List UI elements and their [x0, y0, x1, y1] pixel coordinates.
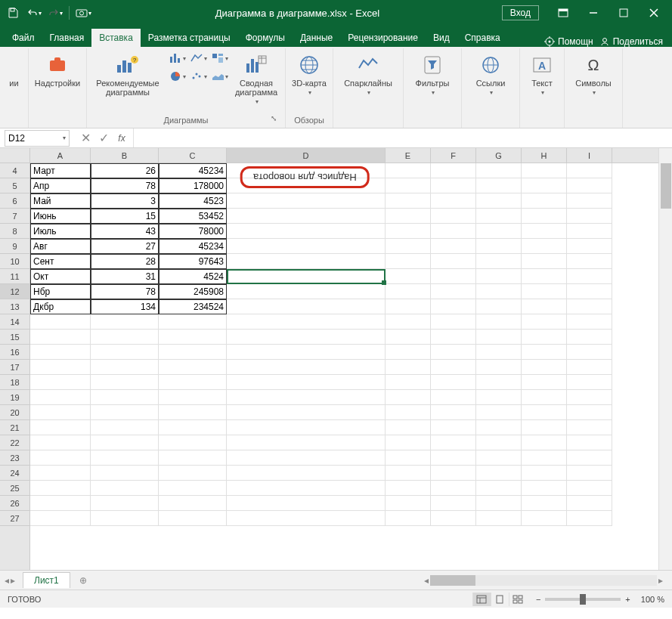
cell-D11[interactable]: [227, 269, 386, 284]
cell-B15[interactable]: [91, 330, 159, 345]
row-header-25[interactable]: 25: [0, 481, 29, 496]
cell-H23[interactable]: [522, 450, 567, 466]
cancel-formula-button[interactable]: ✕: [77, 132, 94, 145]
row-header-6[interactable]: 6: [0, 193, 29, 209]
add-sheet-button[interactable]: ⊕: [75, 572, 91, 589]
sheet-tab-1[interactable]: Лист1: [23, 572, 70, 588]
cell-E20[interactable]: [386, 405, 431, 420]
row-header-15[interactable]: 15: [0, 330, 29, 345]
row-header-8[interactable]: 8: [0, 224, 29, 239]
cell-F9[interactable]: [431, 239, 476, 254]
cell-B8[interactable]: 43: [91, 224, 159, 239]
cell-E12[interactable]: [386, 284, 431, 299]
cell-E9[interactable]: [386, 239, 431, 254]
cell-H4[interactable]: [522, 163, 567, 178]
row-header-20[interactable]: 20: [0, 405, 29, 420]
col-header-G[interactable]: G: [476, 148, 522, 162]
cell-D26[interactable]: [227, 496, 386, 511]
cell-C7[interactable]: 53452: [159, 209, 227, 224]
cell-C9[interactable]: 45234: [159, 239, 227, 254]
cell-D20[interactable]: [227, 405, 386, 420]
cell-E11[interactable]: [386, 269, 431, 284]
close-button[interactable]: [639, 2, 669, 23]
cell-C19[interactable]: [159, 390, 227, 405]
cell-A13[interactable]: Дкбр: [30, 299, 91, 314]
cell-G14[interactable]: [476, 314, 522, 330]
cell-D10[interactable]: [227, 254, 386, 269]
charts-dialog-launcher[interactable]: ⤡: [268, 114, 279, 125]
zoom-slider[interactable]: [545, 598, 621, 601]
cell-E17[interactable]: [386, 360, 431, 375]
row-header-4[interactable]: 4: [0, 163, 29, 178]
cell-I10[interactable]: [567, 254, 612, 269]
cell-D6[interactable]: [227, 193, 386, 209]
row-header-16[interactable]: 16: [0, 345, 29, 360]
links-button[interactable]: Ссылки▾: [466, 50, 515, 99]
fx-button[interactable]: fx: [113, 132, 130, 145]
cell-B5[interactable]: 78: [91, 178, 159, 193]
pivot-chart-button[interactable]: Сводная диаграмма▾: [232, 50, 280, 108]
cell-F7[interactable]: [431, 209, 476, 224]
row-header-5[interactable]: 5: [0, 178, 29, 193]
cell-G27[interactable]: [476, 511, 522, 526]
3d-map-button[interactable]: 3D-карта▾: [290, 50, 328, 99]
cell-E22[interactable]: [386, 435, 431, 450]
cell-F26[interactable]: [431, 496, 476, 511]
tab-file[interactable]: Файл: [5, 29, 42, 47]
cell-B19[interactable]: [91, 390, 159, 405]
cell-A10[interactable]: Сент: [30, 254, 91, 269]
cell-I17[interactable]: [567, 360, 612, 375]
cell-C21[interactable]: [159, 420, 227, 435]
cell-H11[interactable]: [522, 269, 567, 284]
cell-A17[interactable]: [30, 360, 91, 375]
cell-A12[interactable]: Нбр: [30, 284, 91, 299]
cell-C14[interactable]: [159, 314, 227, 330]
cell-D21[interactable]: [227, 420, 386, 435]
cell-F19[interactable]: [431, 390, 476, 405]
cell-F11[interactable]: [431, 269, 476, 284]
cell-D17[interactable]: [227, 360, 386, 375]
cell-D12[interactable]: [227, 284, 386, 299]
surface-chart-button[interactable]: ▾: [209, 68, 229, 85]
cell-A20[interactable]: [30, 405, 91, 420]
cell-B17[interactable]: [91, 360, 159, 375]
cell-B7[interactable]: 15: [91, 209, 159, 224]
cell-H21[interactable]: [522, 420, 567, 435]
cell-B12[interactable]: 78: [91, 284, 159, 299]
cell-C10[interactable]: 97643: [159, 254, 227, 269]
row-header-17[interactable]: 17: [0, 360, 29, 375]
cell-D18[interactable]: [227, 375, 386, 390]
cell-B14[interactable]: [91, 314, 159, 330]
cell-A6[interactable]: Май: [30, 193, 91, 209]
cell-H26[interactable]: [522, 496, 567, 511]
cell-A25[interactable]: [30, 481, 91, 496]
col-header-F[interactable]: F: [431, 148, 476, 162]
tab-help[interactable]: Справка: [457, 29, 508, 47]
row-header-11[interactable]: 11: [0, 269, 29, 284]
cell-E4[interactable]: [386, 163, 431, 178]
cell-H24[interactable]: [522, 466, 567, 481]
tell-me-button[interactable]: Помощн: [544, 36, 593, 47]
cell-I26[interactable]: [567, 496, 612, 511]
cell-E15[interactable]: [386, 330, 431, 345]
zoom-in-button[interactable]: +: [625, 595, 630, 604]
cell-F27[interactable]: [431, 511, 476, 526]
cell-H22[interactable]: [522, 435, 567, 450]
cell-B16[interactable]: [91, 345, 159, 360]
name-box[interactable]: D12▾: [5, 130, 70, 147]
cell-B11[interactable]: 31: [91, 269, 159, 284]
cell-B13[interactable]: 134: [91, 299, 159, 314]
cell-I9[interactable]: [567, 239, 612, 254]
row-header-22[interactable]: 22: [0, 435, 29, 450]
cell-G7[interactable]: [476, 209, 522, 224]
cell-D24[interactable]: [227, 466, 386, 481]
row-header-10[interactable]: 10: [0, 254, 29, 269]
page-break-view-button[interactable]: [509, 593, 527, 606]
cell-E8[interactable]: [386, 224, 431, 239]
cell-D23[interactable]: [227, 450, 386, 466]
cell-H5[interactable]: [522, 178, 567, 193]
cell-A8[interactable]: Июль: [30, 224, 91, 239]
cell-F23[interactable]: [431, 450, 476, 466]
cell-G20[interactable]: [476, 405, 522, 420]
cell-F22[interactable]: [431, 435, 476, 450]
